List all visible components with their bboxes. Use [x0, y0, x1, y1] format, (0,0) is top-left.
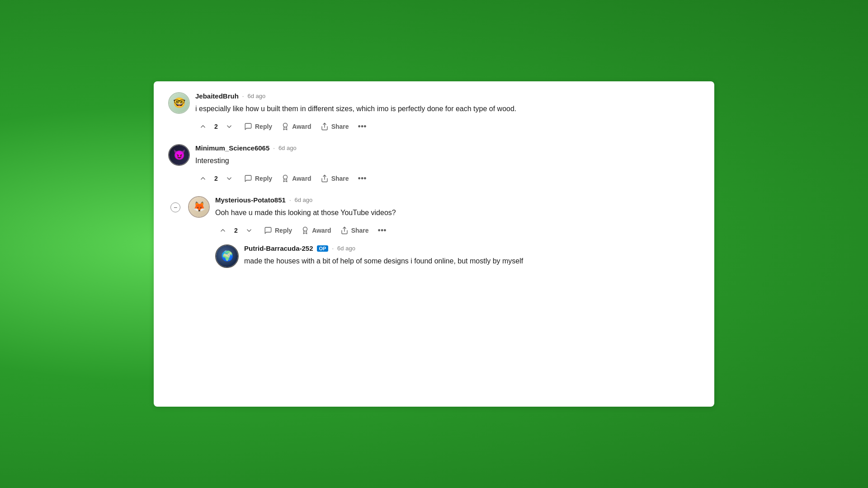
avatar: 🤓 — [168, 92, 190, 114]
comment-body: Minimum_Science6065 · 6d ago Interesting… — [195, 144, 700, 185]
award-label: Award — [292, 123, 311, 130]
comment-text: i especially like how u built them in di… — [195, 103, 700, 114]
username: Mysterious-Potato851 — [215, 196, 286, 204]
reply-button[interactable]: Reply — [241, 172, 276, 185]
username: Putrid-Barracuda-252 — [244, 244, 313, 252]
svg-point-4 — [303, 227, 307, 231]
comment-body: Putrid-Barracuda-252 OP · 6d ago made th… — [244, 244, 700, 272]
award-button[interactable]: Award — [278, 172, 315, 185]
comment-header: JebaitedBruh · 6d ago — [195, 92, 700, 100]
comment-text: Interesting — [195, 155, 700, 166]
comment-header: Mysterious-Potato851 · 6d ago — [215, 196, 700, 204]
more-button[interactable]: ••• — [354, 120, 370, 133]
reply-label: Reply — [275, 227, 292, 234]
share-button[interactable]: Share — [337, 224, 373, 237]
upvote-button[interactable] — [215, 224, 231, 237]
comment-main-content: 🦊 Mysterious-Potato851 · 6d ago Ooh have… — [188, 196, 700, 272]
upvote-icon — [219, 226, 227, 235]
more-button[interactable]: ••• — [354, 172, 370, 185]
share-label: Share — [331, 123, 349, 130]
award-button[interactable]: Award — [297, 224, 335, 237]
reply-icon — [264, 226, 272, 235]
downvote-icon — [245, 226, 253, 235]
share-label: Share — [351, 227, 369, 234]
share-button[interactable]: Share — [317, 120, 353, 133]
award-label: Award — [312, 227, 331, 234]
avatar: 🌍 — [215, 244, 239, 268]
award-button[interactable]: Award — [278, 120, 315, 133]
downvote-button[interactable] — [241, 224, 257, 237]
reply-button[interactable]: Reply — [260, 224, 296, 237]
comment-body: JebaitedBruh · 6d ago i especially like … — [195, 92, 700, 133]
svg-point-2 — [283, 175, 288, 179]
award-icon — [281, 122, 289, 131]
share-icon — [340, 226, 349, 235]
award-icon — [301, 226, 309, 235]
action-bar: 2 Reply Award Shar — [195, 172, 700, 185]
upvote-button[interactable] — [195, 172, 211, 185]
downvote-icon — [225, 122, 233, 131]
collapse-thread-button[interactable]: − — [170, 202, 180, 212]
timestamp: 6d ago — [337, 245, 355, 252]
upvote-icon — [199, 122, 207, 131]
reply-label: Reply — [255, 123, 272, 130]
comment-card: 🤓 JebaitedBruh · 6d ago i especially lik… — [154, 81, 714, 407]
svg-point-0 — [283, 123, 288, 127]
action-bar: 2 Reply Award Shar — [195, 120, 700, 133]
comment-body: Mysterious-Potato851 · 6d ago Ooh have u… — [215, 196, 700, 237]
username: Minimum_Science6065 — [195, 144, 269, 152]
comment-with-thread: − 🦊 Mysterious-Potato851 · 6d ago O — [168, 196, 700, 272]
action-bar: 2 Reply Award — [215, 224, 700, 237]
comment-item: 🦊 Mysterious-Potato851 · 6d ago Ooh have… — [188, 196, 700, 237]
share-icon — [321, 122, 329, 131]
comment-item: 😈 Minimum_Science6065 · 6d ago Interesti… — [168, 144, 700, 185]
vote-count: 2 — [213, 123, 219, 130]
avatar-image: 😈 — [169, 145, 189, 165]
upvote-icon — [199, 174, 207, 183]
share-button[interactable]: Share — [317, 172, 353, 185]
avatar-image: 🦊 — [189, 197, 209, 217]
vote-group: 2 — [195, 120, 237, 133]
share-icon — [321, 174, 329, 183]
comment-text: made the houses with a bit of help of so… — [244, 256, 700, 267]
nested-reply: 🌍 Putrid-Barracuda-252 OP · 6d ago made … — [188, 244, 700, 272]
avatar-image: 🤓 — [169, 93, 189, 113]
timestamp: 6d ago — [278, 145, 297, 151]
downvote-icon — [225, 174, 233, 183]
timestamp: 6d ago — [295, 197, 313, 203]
vote-count: 2 — [233, 227, 239, 234]
award-icon — [281, 174, 289, 183]
vote-count: 2 — [213, 175, 219, 182]
timestamp: 6d ago — [247, 93, 265, 99]
reply-icon — [244, 122, 252, 131]
comment-thread: 🤓 JebaitedBruh · 6d ago i especially lik… — [154, 81, 714, 283]
avatar: 😈 — [168, 144, 190, 166]
username: JebaitedBruh — [195, 92, 239, 100]
downvote-button[interactable] — [222, 120, 237, 133]
reply-label: Reply — [255, 175, 272, 182]
downvote-button[interactable] — [222, 172, 237, 185]
comment-header: Putrid-Barracuda-252 OP · 6d ago — [244, 244, 700, 252]
upvote-button[interactable] — [195, 120, 211, 133]
award-label: Award — [292, 175, 311, 182]
thread-control: − — [168, 196, 183, 212]
vote-group: 2 — [195, 172, 237, 185]
comment-text: Ooh have u made this looking at those Yo… — [215, 207, 700, 218]
avatar: 🦊 — [188, 196, 210, 218]
more-button[interactable]: ••• — [374, 224, 390, 237]
comment-item: 🤓 JebaitedBruh · 6d ago i especially lik… — [168, 92, 700, 133]
reply-button[interactable]: Reply — [241, 120, 276, 133]
reply-icon — [244, 174, 252, 183]
comment-header: Minimum_Science6065 · 6d ago — [195, 144, 700, 152]
share-label: Share — [331, 175, 349, 182]
op-badge: OP — [317, 245, 329, 252]
avatar-image: 🌍 — [216, 245, 238, 267]
vote-group: 2 — [215, 224, 257, 237]
